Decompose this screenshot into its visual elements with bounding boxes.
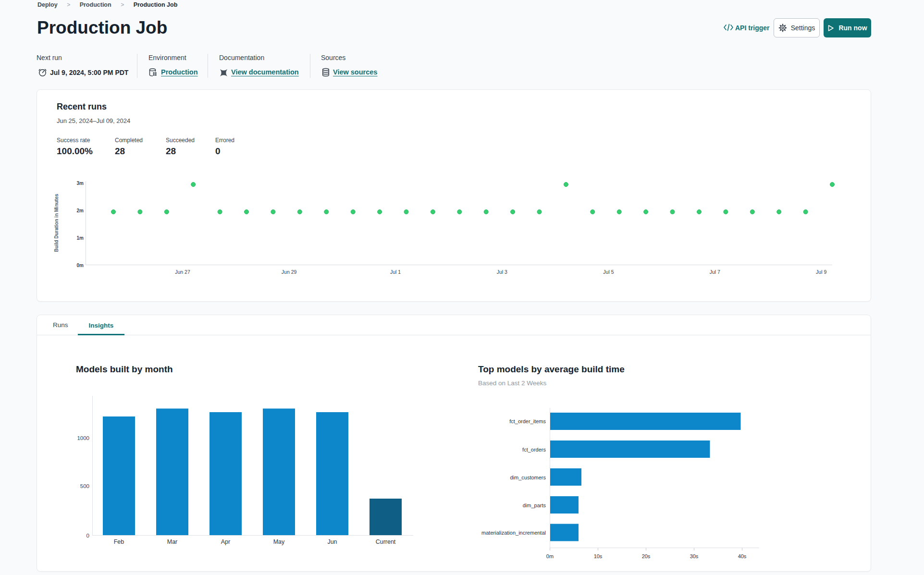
svg-text:3m: 3m — [77, 181, 84, 186]
svg-text:Jun: Jun — [327, 538, 337, 545]
svg-text:1000: 1000 — [77, 435, 89, 441]
svg-text:Jul 7: Jul 7 — [710, 269, 720, 275]
svg-text:1m: 1m — [77, 235, 84, 241]
svg-text:Current: Current — [376, 538, 396, 545]
svg-text:materialization_incremental: materialization_incremental — [481, 530, 546, 536]
svg-text:500: 500 — [80, 483, 89, 489]
svg-text:Jul 1: Jul 1 — [390, 269, 401, 275]
svg-text:Jun 27: Jun 27 — [175, 269, 190, 275]
svg-text:fct_orders: fct_orders — [522, 447, 546, 453]
svg-text:Jun 29: Jun 29 — [282, 269, 297, 275]
svg-text:Jul 5: Jul 5 — [603, 269, 614, 275]
svg-text:Mar: Mar — [167, 538, 178, 545]
svg-text:Jul 3: Jul 3 — [497, 269, 507, 275]
svg-text:Apr: Apr — [221, 538, 230, 545]
svg-text:2m: 2m — [77, 208, 84, 213]
svg-text:0m: 0m — [77, 263, 84, 268]
svg-text:May: May — [273, 538, 285, 545]
svg-text:30s: 30s — [690, 553, 699, 559]
svg-text:dim_parts: dim_parts — [523, 502, 546, 508]
svg-text:20s: 20s — [642, 553, 651, 559]
svg-text:Build Duration in Minutes: Build Duration in Minutes — [54, 194, 59, 252]
svg-text:fct_order_items: fct_order_items — [509, 418, 546, 424]
svg-text:10s: 10s — [594, 553, 603, 559]
svg-text:40s: 40s — [738, 553, 747, 559]
svg-text:Jul 9: Jul 9 — [816, 269, 826, 275]
svg-text:dim_customers: dim_customers — [510, 475, 546, 480]
svg-text:Feb: Feb — [114, 538, 124, 545]
svg-text:0m: 0m — [546, 553, 554, 559]
svg-text:0: 0 — [86, 533, 89, 538]
